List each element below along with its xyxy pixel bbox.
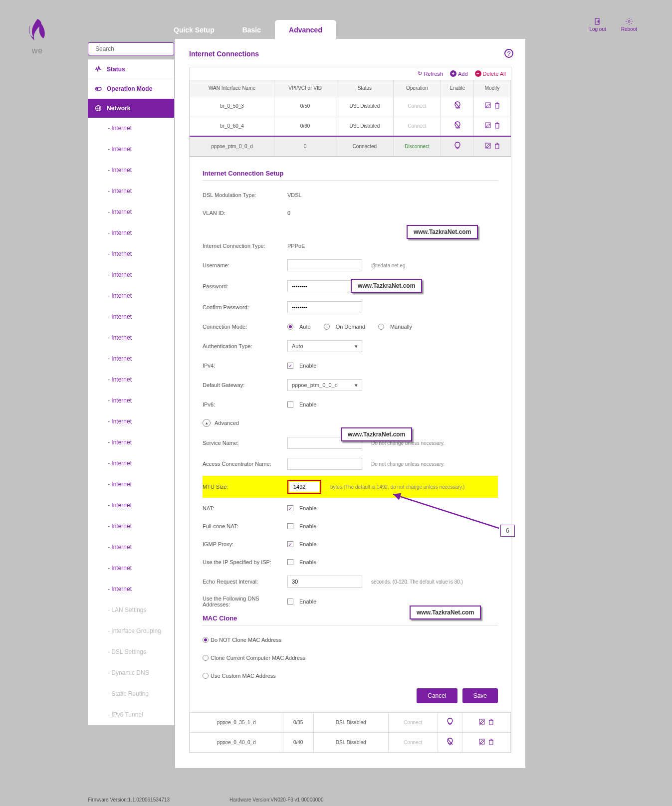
gateway-select[interactable]: pppoe_ptm_0_0_d▾: [287, 379, 362, 391]
firmware-version: Firmware Version:1.1.020061534713: [88, 797, 170, 803]
help-icon[interactable]: ?: [504, 49, 513, 58]
operation-link[interactable]: Connect: [388, 733, 438, 753]
delete-all-button[interactable]: − Delete All: [475, 70, 506, 77]
fullcone-checkbox[interactable]: [287, 523, 293, 529]
dns-checkbox[interactable]: [287, 599, 293, 604]
nav-sub-internet[interactable]: - Internet: [88, 537, 174, 558]
nav-sub-internet[interactable]: - Internet: [88, 139, 174, 160]
table-header: Operation: [393, 80, 441, 96]
mtu-input[interactable]: [289, 482, 319, 492]
edit-icon[interactable]: [485, 122, 491, 130]
nav-sub-item[interactable]: - Dynamic DNS: [88, 662, 174, 683]
auth-type-select[interactable]: Auto▾: [287, 340, 362, 352]
nav-sub-internet[interactable]: - Internet: [88, 369, 174, 390]
trash-icon[interactable]: [488, 739, 494, 747]
reboot-button[interactable]: Reboot: [621, 17, 637, 32]
trash-icon[interactable]: [488, 719, 494, 727]
nav-sub-internet[interactable]: - Internet: [88, 474, 174, 495]
refresh-icon: ↻: [418, 70, 422, 77]
search-input[interactable]: [95, 45, 170, 52]
table-header: WAN Interface Name: [190, 80, 274, 96]
bulb-icon[interactable]: [454, 143, 461, 151]
nav-sub-internet[interactable]: - Internet: [88, 558, 174, 579]
mac-noclone-radio[interactable]: [203, 637, 209, 643]
edit-icon[interactable]: [485, 143, 491, 151]
echo-input[interactable]: [287, 576, 362, 588]
bulb-icon[interactable]: [447, 739, 453, 747]
table-row[interactable]: br_0_60_40/60DSL DisabledConnect: [190, 116, 511, 137]
igmp-checkbox[interactable]: ✓: [287, 541, 293, 547]
nav-sub-item[interactable]: - LAN Settings: [88, 600, 174, 620]
mac-custom-radio[interactable]: [203, 673, 209, 679]
nav-sub-internet[interactable]: - Internet: [88, 202, 174, 222]
nav-operation-mode[interactable]: Operation Mode: [88, 79, 174, 98]
operation-link[interactable]: Connect: [393, 96, 441, 116]
operation-link[interactable]: Connect: [393, 116, 441, 137]
confirm-password-input[interactable]: [287, 301, 362, 313]
trash-icon[interactable]: [494, 143, 500, 151]
bulb-icon[interactable]: [454, 123, 461, 131]
logout-button[interactable]: Log out: [589, 17, 606, 32]
ipv6-checkbox[interactable]: [287, 402, 293, 407]
refresh-button[interactable]: ↻ Refresh: [418, 70, 443, 77]
isp-ip-checkbox[interactable]: [287, 559, 293, 565]
nav-network[interactable]: Network: [88, 98, 174, 118]
nav-sub-internet[interactable]: - Internet: [88, 348, 174, 369]
mode-ondemand-radio[interactable]: [324, 324, 330, 330]
operation-link[interactable]: Connect: [388, 713, 438, 733]
trash-icon[interactable]: [494, 102, 500, 110]
nav-sub-item[interactable]: - IPv6 Tunnel: [88, 704, 174, 725]
nav-sub-internet[interactable]: - Internet: [88, 432, 174, 453]
nat-label: NAT:: [203, 505, 287, 511]
nav-sub-internet[interactable]: - Internet: [88, 453, 174, 474]
nav-sub-internet[interactable]: - Internet: [88, 181, 174, 202]
table-row[interactable]: br_0_50_30/50DSL DisabledConnect: [190, 96, 511, 116]
nav-sub-item[interactable]: - Static Routing: [88, 683, 174, 704]
nav-sub-internet[interactable]: - Internet: [88, 264, 174, 285]
nav-sub-internet[interactable]: - Internet: [88, 390, 174, 411]
reboot-label: Reboot: [621, 26, 637, 32]
nat-checkbox[interactable]: ✓: [287, 505, 293, 511]
ac-name-input[interactable]: [287, 458, 362, 470]
table-row[interactable]: pppoe_0_35_1_d0/35DSL DisabledConnect: [190, 713, 511, 733]
watermark-3: www.TazkraNet.com: [341, 427, 412, 441]
nav-sub-internet[interactable]: - Internet: [88, 327, 174, 348]
cancel-button[interactable]: Cancel: [417, 688, 457, 703]
nav-sub-internet[interactable]: - Internet: [88, 411, 174, 432]
edit-icon[interactable]: [485, 102, 491, 110]
nav-sub-internet[interactable]: - Internet: [88, 495, 174, 516]
nav-sub-internet[interactable]: - Internet: [88, 285, 174, 306]
tab-quick-setup[interactable]: Quick Setup: [160, 20, 228, 40]
nav-sub-internet[interactable]: - Internet: [88, 160, 174, 181]
bulb-icon[interactable]: [454, 103, 461, 111]
mode-auto-radio[interactable]: [287, 324, 293, 330]
mac-clone-radio[interactable]: [203, 655, 209, 661]
edit-icon[interactable]: [479, 719, 485, 727]
table-row[interactable]: pppoe_0_40_0_d0/40DSL DisabledConnect: [190, 733, 511, 753]
nav-status[interactable]: Status: [88, 59, 174, 79]
tab-advanced[interactable]: Advanced: [275, 20, 336, 40]
edit-icon[interactable]: [479, 739, 485, 747]
nav-sub-internet[interactable]: - Internet: [88, 118, 174, 139]
add-button[interactable]: + Add: [450, 70, 468, 77]
tab-basic[interactable]: Basic: [228, 20, 275, 40]
ipv4-checkbox[interactable]: ✓: [287, 363, 293, 369]
nav-sub-internet[interactable]: - Internet: [88, 243, 174, 264]
mode-manual-radio[interactable]: [378, 324, 384, 330]
nav-sub-internet[interactable]: - Internet: [88, 222, 174, 243]
save-button[interactable]: Save: [462, 688, 498, 703]
logout-icon: [594, 17, 602, 25]
operation-link[interactable]: Disconnect: [393, 136, 441, 157]
nav-sub-internet[interactable]: - Internet: [88, 579, 174, 600]
nav-sub-internet[interactable]: - Internet: [88, 516, 174, 537]
trash-icon[interactable]: [494, 122, 500, 130]
nav-sub-internet[interactable]: - Internet: [88, 306, 174, 327]
search-box[interactable]: [88, 42, 174, 55]
nav-sub-item[interactable]: - Interface Grouping: [88, 620, 174, 641]
table-row[interactable]: pppoe_ptm_0_0_d0ConnectedDisconnect: [190, 136, 511, 157]
nav-sub-item[interactable]: - DSL Settings: [88, 641, 174, 662]
username-input[interactable]: [287, 259, 362, 271]
bulb-icon[interactable]: [447, 719, 453, 727]
advanced-toggle[interactable]: ▴Advanced: [203, 419, 498, 427]
dns-label: Use the Following DNS Addresses:: [203, 596, 287, 607]
